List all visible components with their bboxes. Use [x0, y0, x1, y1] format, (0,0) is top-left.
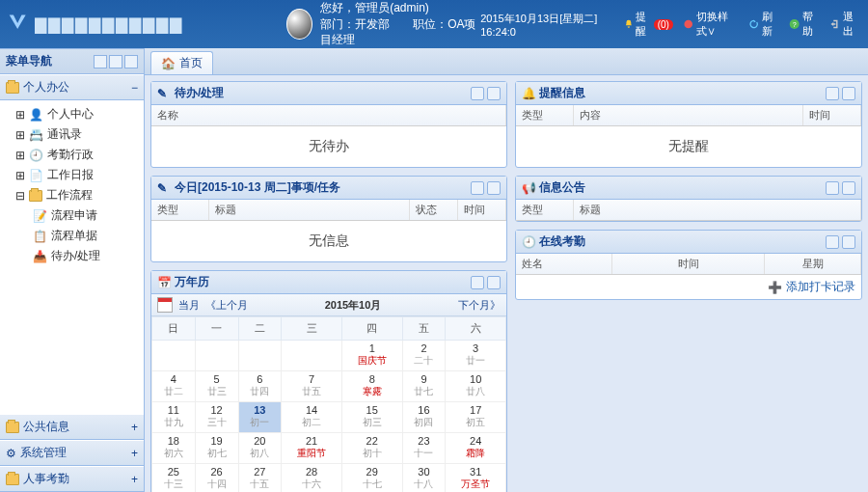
panel-tool-icon[interactable]	[487, 87, 501, 100]
cal-cell[interactable]: 2二十	[402, 341, 446, 371]
tree-daily-report[interactable]: ⊞📄工作日报	[2, 165, 142, 185]
user-dept: 部门：开发部 职位：OA项目经理	[320, 16, 480, 49]
nav-tool-icon[interactable]	[94, 55, 107, 68]
switch-style-button[interactable]: 切换样式∨	[683, 10, 739, 39]
panel-tool-icon[interactable]	[842, 235, 855, 249]
folder-icon	[6, 422, 19, 433]
cal-prev-button[interactable]: 《上个月	[205, 298, 248, 313]
cal-cell[interactable]: 20初八	[238, 433, 282, 464]
exit-button[interactable]: 退出	[829, 10, 860, 39]
cal-dow: 三	[282, 317, 342, 341]
panel-tool-icon[interactable]	[842, 87, 855, 100]
accordion-public[interactable]: 公共信息 +	[0, 414, 144, 440]
cal-cell[interactable]: 23十一	[402, 433, 446, 464]
cal-cell[interactable]: 7廿五	[282, 371, 342, 402]
tab-home[interactable]: 🏠 首页	[150, 51, 213, 74]
cal-cell[interactable]: 26十四	[195, 464, 238, 493]
empty-text: 无提醒	[668, 138, 709, 153]
cal-cell[interactable]: 31万圣节	[446, 464, 506, 493]
today-icon[interactable]	[157, 297, 173, 313]
home-icon: 🏠	[161, 57, 176, 70]
cal-cell[interactable]: 10廿八	[446, 371, 506, 402]
panel-calendar: 📅 万年历 当月 《上个月 2015年10月 下个月》 日一二三四五六 1国庆节…	[150, 270, 507, 492]
help-button[interactable]: ? 帮助	[789, 10, 820, 39]
cal-cell[interactable]: 19初七	[195, 433, 238, 464]
user-greeting: 您好，管理员(admin)	[320, 0, 480, 16]
cal-cell	[152, 341, 196, 371]
sidebar: 菜单导航 个人办公 − ⊞👤个人中心 ⊞📇通讯录 ⊞🕘考勤行政 ⊞📄工作日报 ⊟…	[0, 48, 145, 492]
tree-flow-form[interactable]: 📋流程单据	[2, 226, 142, 246]
panel-tool-icon[interactable]	[487, 181, 501, 195]
cal-cell[interactable]: 13初一	[238, 402, 282, 433]
cal-cell[interactable]: 28十六	[282, 464, 342, 493]
cal-cell[interactable]: 24霜降	[446, 433, 506, 464]
help-icon: ?	[789, 17, 800, 31]
cal-cell[interactable]: 5廿三	[195, 371, 238, 402]
cal-cell[interactable]: 30十八	[402, 464, 446, 493]
cal-dow: 五	[402, 317, 446, 341]
cal-cell[interactable]: 12三十	[195, 402, 238, 433]
add-punch-link[interactable]: ➕ 添加打卡记录	[768, 279, 855, 295]
cal-cell[interactable]: 25十三	[152, 464, 196, 493]
cal-cell[interactable]: 1国庆节	[341, 341, 402, 371]
cal-dow: 二	[238, 317, 282, 341]
cal-next-button[interactable]: 下个月》	[458, 298, 501, 313]
panel-todo: ✎ 待办/处理 名称 无待办	[150, 81, 507, 168]
accordion-personal[interactable]: 个人办公 −	[0, 74, 144, 100]
avatar[interactable]	[286, 9, 312, 40]
panel-tool-icon[interactable]	[471, 87, 484, 100]
accordion-system[interactable]: ⚙系统管理 +	[0, 440, 144, 466]
cal-cell[interactable]: 4廿二	[152, 371, 196, 402]
cal-cell[interactable]: 6廿四	[238, 371, 282, 402]
panel-tool-icon[interactable]	[487, 276, 501, 289]
cal-cell[interactable]: 21重阳节	[282, 433, 342, 464]
panel-tool-icon[interactable]	[842, 181, 855, 195]
pencil-icon: ✎	[157, 181, 171, 195]
cal-cell[interactable]: 29十七	[341, 464, 402, 493]
cal-cell[interactable]: 18初六	[152, 433, 196, 464]
cal-cell[interactable]: 8寒露	[341, 371, 402, 402]
main: 🏠 首页 ✎ 待办/处理 名称 无待办 ✎ 今日[	[145, 48, 868, 492]
tree-workflow[interactable]: ⊟工作流程	[2, 185, 142, 205]
cal-dow: 日	[152, 317, 196, 341]
tree-attendance-admin[interactable]: ⊞🕘考勤行政	[2, 145, 142, 165]
cal-cell[interactable]: 22初十	[341, 433, 402, 464]
cal-cell[interactable]: 14初二	[282, 402, 342, 433]
accordion-hr[interactable]: 人事考勤 +	[0, 466, 144, 492]
cal-cell	[195, 341, 238, 371]
expand-icon: +	[131, 447, 138, 460]
panel-notice: 📢 信息公告 类型 标题	[515, 176, 862, 222]
cal-cell[interactable]: 27十五	[238, 464, 282, 493]
cal-cell[interactable]: 15初三	[341, 402, 402, 433]
bell-icon	[624, 17, 634, 31]
refresh-icon	[748, 17, 759, 31]
panel-tool-icon[interactable]	[471, 181, 484, 195]
cal-cell[interactable]: 11廿九	[152, 402, 196, 433]
cal-cell[interactable]: 16初四	[402, 402, 446, 433]
refresh-button[interactable]: 刷新	[748, 10, 779, 39]
panel-tool-icon[interactable]	[826, 87, 839, 100]
empty-text: 无信息	[309, 232, 349, 248]
panel-tool-icon[interactable]	[826, 235, 839, 249]
svg-text:?: ?	[792, 21, 796, 29]
tree-todo[interactable]: 📥待办/处理	[2, 246, 142, 266]
cal-cell[interactable]: 9廿七	[402, 371, 446, 402]
clock-icon: 🕘	[522, 235, 535, 249]
tree-contacts[interactable]: ⊞📇通讯录	[2, 124, 142, 145]
cal-cell[interactable]: 17初五	[446, 402, 506, 433]
remind-button[interactable]: 提醒(0)	[624, 10, 673, 39]
panel-tool-icon[interactable]	[826, 181, 839, 195]
add-icon: ➕	[768, 281, 782, 294]
panel-online-attendance: 🕘 在线考勤 姓名 时间 星期 ➕ 添加打卡记录	[515, 230, 862, 300]
nav-tree: ⊞👤个人中心 ⊞📇通讯录 ⊞🕘考勤行政 ⊞📄工作日报 ⊟工作流程 📝流程申请 📋…	[0, 100, 144, 414]
tree-flow-apply[interactable]: 📝流程申请	[2, 205, 142, 226]
panel-tool-icon[interactable]	[471, 276, 484, 289]
gear-icon: ⚙	[6, 447, 16, 460]
cal-cell[interactable]: 3廿一	[446, 341, 506, 371]
expand-icon: +	[131, 421, 138, 434]
nav-tool-icon[interactable]	[124, 55, 138, 68]
nav-tool-icon[interactable]	[109, 55, 122, 68]
panel-remind: 🔔 提醒信息 类型 内容 时间 无提醒	[515, 81, 862, 168]
cal-today-button[interactable]: 当月	[178, 298, 200, 313]
tree-personal-center[interactable]: ⊞👤个人中心	[2, 104, 142, 124]
